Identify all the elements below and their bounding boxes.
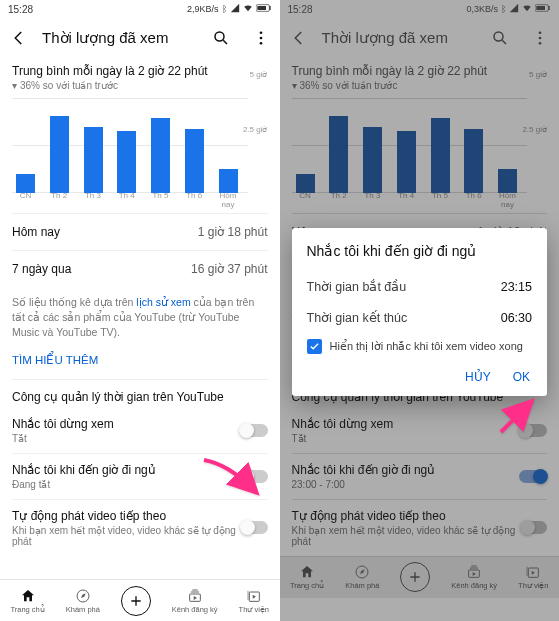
bottom-nav: Trang chủ Khám phá Kênh đăng ký Thư viện — [0, 579, 280, 621]
delta-text: ▾ 36% so với tuần trước — [12, 80, 268, 91]
bluetooth-icon: ᛒ — [222, 4, 227, 14]
setting-sub: Tắt — [12, 433, 114, 444]
avg-text: Trung bình mỗi ngày là 2 giờ 22 phút — [12, 64, 268, 78]
status-time: 15:28 — [8, 4, 33, 15]
app-bar: Thời lượng đã xem — [0, 18, 280, 58]
x-label: Th 4 — [117, 191, 136, 209]
x-label: Th 2 — [50, 191, 69, 209]
svg-point-3 — [215, 32, 224, 41]
svg-rect-2 — [257, 6, 266, 10]
checkbox-icon — [307, 339, 322, 354]
setting-title: Tự động phát video tiếp theo — [12, 509, 241, 523]
summary: Trung bình mỗi ngày là 2 giờ 22 phút ▾ 3… — [12, 58, 268, 93]
toggle-switch[interactable] — [240, 424, 268, 437]
grid-label: 5 giờ — [250, 70, 268, 79]
nav-subs[interactable]: Kênh đăng ký — [172, 588, 218, 614]
phone-left: 15:28 2,9KB/s ᛒ Thời lượng đã xem — [0, 0, 280, 621]
svg-rect-1 — [269, 6, 270, 10]
svg-point-4 — [259, 31, 262, 34]
nav-explore[interactable]: Khám phá — [66, 588, 100, 614]
x-label: Th 3 — [84, 191, 103, 209]
row-today: Hôm nay 1 giờ 18 phút — [12, 213, 268, 250]
section-title: Công cụ quản lý thời gian trên YouTube — [12, 379, 268, 408]
status-icons: 2,9KB/s ᛒ — [187, 3, 272, 15]
search-icon[interactable] — [212, 29, 230, 47]
setting-row[interactable]: Nhắc tôi khi đến giờ đi ngủĐang tắt — [12, 453, 268, 499]
setting-title: Nhắc tôi dừng xem — [12, 417, 114, 431]
chart-bar — [185, 129, 204, 193]
signal-icon — [230, 3, 240, 15]
ok-button[interactable]: OK — [513, 370, 530, 384]
wifi-icon — [243, 3, 253, 15]
nav-create[interactable] — [121, 586, 151, 616]
back-icon[interactable] — [10, 29, 28, 47]
end-time-row[interactable]: Thời gian kết thúc 06:30 — [307, 302, 533, 333]
wait-video-checkbox[interactable]: Hiển thị lời nhắc khi tôi xem video xong — [307, 333, 533, 356]
learn-more-link[interactable]: TÌM HIỂU THÊM — [12, 341, 268, 379]
setting-row[interactable]: Tự động phát video tiếp theoKhi bạn xem … — [12, 499, 268, 556]
cancel-button[interactable]: HỦY — [465, 370, 491, 384]
x-label: Th 5 — [151, 191, 170, 209]
svg-point-5 — [259, 37, 262, 40]
phone-right: 15:28 0,3KB/s ᛒ Thời lượng đã xem Trung … — [280, 0, 560, 621]
toggle-switch[interactable] — [240, 470, 268, 483]
content-scroll[interactable]: Trung bình mỗi ngày là 2 giờ 22 phút ▾ 3… — [0, 58, 280, 579]
x-label: CN — [16, 191, 35, 209]
x-label: Hôm nay — [219, 191, 238, 209]
nav-library[interactable]: Thư viện — [239, 588, 269, 614]
page-title: Thời lượng đã xem — [42, 29, 198, 47]
setting-sub: Đang tắt — [12, 479, 156, 490]
overflow-icon[interactable] — [252, 29, 270, 47]
toggle-switch[interactable] — [241, 521, 267, 534]
chart-bar — [84, 127, 103, 193]
start-time-row[interactable]: Thời gian bắt đầu 23:15 — [307, 271, 533, 302]
dialog-title: Nhắc tôi khi đến giờ đi ngủ — [307, 243, 533, 259]
stats-note: Số liệu thống kê dựa trên lịch sử xem củ… — [12, 287, 268, 341]
svg-point-6 — [259, 42, 262, 45]
row-week: 7 ngày qua 16 giờ 37 phút — [12, 250, 268, 287]
setting-title: Nhắc tôi khi đến giờ đi ngủ — [12, 463, 156, 477]
chart-bar — [50, 116, 69, 193]
watch-time-chart: 2.5 giờ 5 giờ CNTh 2Th 3Th 4Th 5Th 6Hôm … — [12, 99, 268, 209]
bedtime-dialog: Nhắc tôi khi đến giờ đi ngủ Thời gian bắ… — [292, 228, 548, 396]
nav-home[interactable]: Trang chủ — [10, 588, 44, 614]
chart-bar — [117, 131, 136, 193]
x-label: Th 6 — [185, 191, 204, 209]
grid-label: 2.5 giờ — [243, 125, 268, 134]
chart-bar — [151, 118, 170, 193]
battery-icon — [256, 4, 272, 14]
history-link[interactable]: lịch sử xem — [136, 296, 190, 308]
setting-row[interactable]: Nhắc tôi dừng xemTắt — [12, 408, 268, 453]
chart-bar — [219, 169, 238, 193]
setting-sub: Khi bạn xem hết một video, video khác sẽ… — [12, 525, 241, 547]
status-bar: 15:28 2,9KB/s ᛒ — [0, 0, 280, 18]
down-arrow-icon: ▾ — [12, 80, 17, 91]
